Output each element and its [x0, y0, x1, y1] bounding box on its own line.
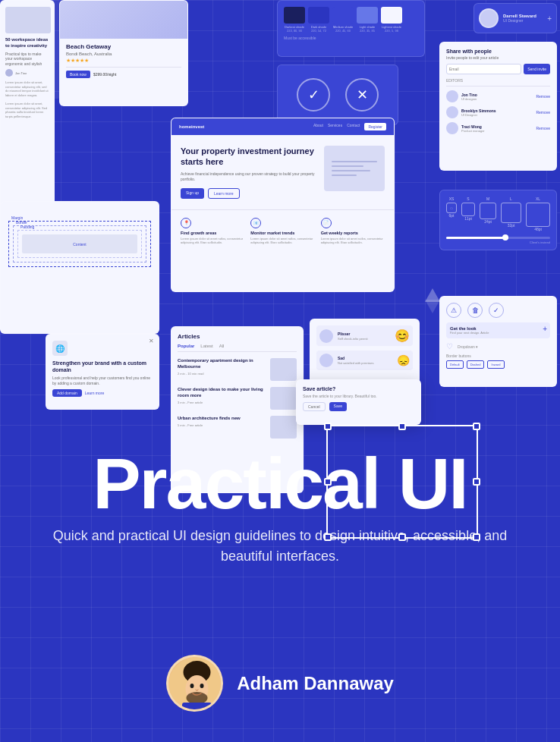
notify-sub-label: Find your next design. Article [450, 331, 546, 335]
add-domain-button[interactable]: Add domain [52, 389, 82, 397]
check-x-panel: ✓ ✕ [277, 64, 398, 125]
brand-close-icon[interactable]: ✕ [149, 338, 154, 344]
cancel-save-button[interactable]: Cancel [303, 402, 326, 411]
emoji-sad-icon[interactable]: 😞 [397, 354, 410, 366]
feature-icon-2: 📄 [321, 218, 332, 228]
handle-middle-left[interactable] [324, 478, 332, 486]
share-remove-1[interactable]: Remove [536, 110, 550, 115]
property-hero-sub: Achieve financial independence using our… [181, 171, 315, 182]
slider-thumb[interactable] [502, 234, 508, 241]
share-person-0: Jon Tino UI designer Remove [446, 90, 550, 102]
default-btn[interactable]: Default [446, 360, 464, 369]
handle-top-middle[interactable] [398, 423, 406, 430]
article-image-0 [270, 358, 297, 381]
property-investment-panel: homeinvest About Services Contact Regist… [171, 118, 395, 292]
share-person-1: Brooklyn Simmons UI Designer Remove [446, 106, 550, 118]
article-0: Contemporary apartment design in Melbour… [178, 358, 297, 381]
handle-bottom-middle[interactable] [398, 533, 406, 541]
trash-icon: 🗑 [467, 303, 483, 318]
add-user-icon[interactable]: + [547, 14, 552, 23]
size-m: M 24pt [480, 197, 496, 233]
learn-more-button[interactable]: Learn more [208, 188, 240, 199]
slider-fill [446, 237, 508, 239]
css-border-box: Border Padding Content [13, 225, 146, 263]
notify-content: Get the look Find your next design. Arti… [446, 322, 550, 338]
css-padding-label: Padding [20, 225, 34, 229]
color-swatch-medium: Medium shade 220, 45, 60 [332, 7, 354, 33]
property-cta-buttons: Sign up Learn more [181, 188, 315, 199]
emoji-ok-icon[interactable]: 😊 [395, 329, 410, 343]
size-slider-track[interactable] [446, 237, 550, 239]
beach-card-stars: ★★★★★ [66, 58, 181, 64]
feature-desc-1: Lorem ipsum dolor sit amet rutlos, conse… [250, 237, 314, 245]
property-hero-text: Your property investment journey starts … [181, 146, 315, 199]
handle-bottom-right[interactable] [473, 533, 480, 541]
dashed-btn[interactable]: Dashed [467, 360, 485, 369]
author-name: Adham Dannaway [237, 673, 394, 694]
nav-register-button[interactable]: Register [364, 123, 386, 130]
tab-latest[interactable]: Latest [200, 344, 212, 348]
check-notify-icon: ✓ [489, 303, 504, 318]
handle-top-left[interactable] [324, 423, 332, 430]
css-content-label: Content [73, 242, 87, 247]
color-swatch-light: Light shade 220, 35, 85 [357, 7, 378, 33]
property-features: 📍 Find growth areas Lorem ipsum dolor si… [171, 209, 394, 245]
feature-title-1: Monitor market trends [250, 231, 314, 235]
color-palette-panel: Darkest shade 223, 80, 90 Dark shade 220… [277, 0, 425, 57]
share-person-role-1: UI Designer [461, 113, 533, 117]
share-remove-0[interactable]: Remove [536, 94, 550, 99]
nav-link-about[interactable]: About [313, 123, 323, 130]
author-avatar-svg [168, 657, 223, 712]
save-article-buttons: Cancel Save [303, 402, 414, 411]
selection-box [326, 425, 478, 539]
page-content: Beach Getaway Bondi Beach, Australia ★★★… [0, 0, 560, 742]
book-now-button[interactable]: Book now [66, 71, 90, 78]
articles-tabs: Popular Latest All [178, 344, 297, 352]
notify-heart-icon[interactable]: ♡ [446, 342, 453, 351]
feature-title-2: Get weekly reports [321, 231, 385, 235]
emoji-row-1: Sad Not satisfied with premises 😞 [316, 351, 413, 370]
editors-label: EDITORS [446, 78, 550, 83]
check-icon: ✓ [297, 78, 330, 112]
css-margin-box: Margin Border Padding Content [8, 221, 151, 267]
tab-all[interactable]: All [219, 344, 225, 348]
feature-desc-2: Lorem ipsum dolor sit amet rutlos, conse… [321, 237, 385, 245]
signup-button[interactable]: Sign up [181, 188, 204, 199]
workspace-panel: 50 workspace ideas to inspire creativity… [0, 0, 55, 212]
feature-desc-0: Lorem ipsum dolor sit amet rutlos, conse… [181, 237, 244, 245]
property-hero-title: Your property investment journey starts … [181, 146, 315, 168]
beach-price: $299.00/night [93, 71, 116, 78]
feature-2: 📄 Get weekly reports Lorem ipsum dolor s… [321, 218, 385, 245]
slider-label: Client's instead [446, 241, 550, 244]
inward-btn[interactable]: Inward [487, 360, 504, 369]
svg-point-5 [187, 692, 208, 704]
send-invite-button[interactable]: Send invite [524, 64, 550, 74]
save-save-button[interactable]: Save [329, 402, 347, 411]
nav-link-services[interactable]: Services [328, 123, 342, 130]
emoji-text-1: Sad Not satisfied with premises [338, 356, 392, 365]
handle-middle-right[interactable] [473, 478, 480, 486]
tab-popular[interactable]: Popular [178, 344, 194, 348]
feature-title-0: Find growth areas [181, 231, 244, 235]
brand-subtitle: Look professional and help your customer… [52, 376, 153, 385]
feature-icon-1: 📧 [250, 218, 261, 228]
author-area: Adham Dannaway [0, 655, 560, 712]
brand-learn-more-button[interactable]: Learn more [85, 389, 105, 397]
brand-buttons: Add domain Learn more [52, 389, 153, 397]
articles-title: Articles [178, 333, 297, 340]
workspace-author-name: Jon Tino [15, 71, 27, 75]
share-person-info-1: Brooklyn Simmons UI Designer [461, 108, 533, 117]
share-email-input[interactable] [446, 64, 521, 74]
handle-bottom-left[interactable] [324, 533, 332, 541]
share-person-avatar-1 [446, 106, 458, 118]
brand-title: Strengthen your brand with a custom doma… [52, 360, 153, 373]
workspace-title: 50 workspace ideas to inspire creativity [5, 37, 49, 49]
x-icon: ✕ [345, 78, 379, 112]
share-remove-2[interactable]: Remove [536, 126, 550, 130]
sizes-row: XS □ 6pt S 11pt M 24pt L 32pt XL [446, 197, 550, 233]
handle-top-right[interactable] [473, 423, 480, 430]
share-title: Share with people [446, 49, 550, 54]
notify-plus-icon[interactable]: + [543, 325, 547, 333]
nav-link-contact[interactable]: Contact [347, 123, 360, 130]
share-subtitle: Invite people to edit your article [446, 55, 550, 60]
